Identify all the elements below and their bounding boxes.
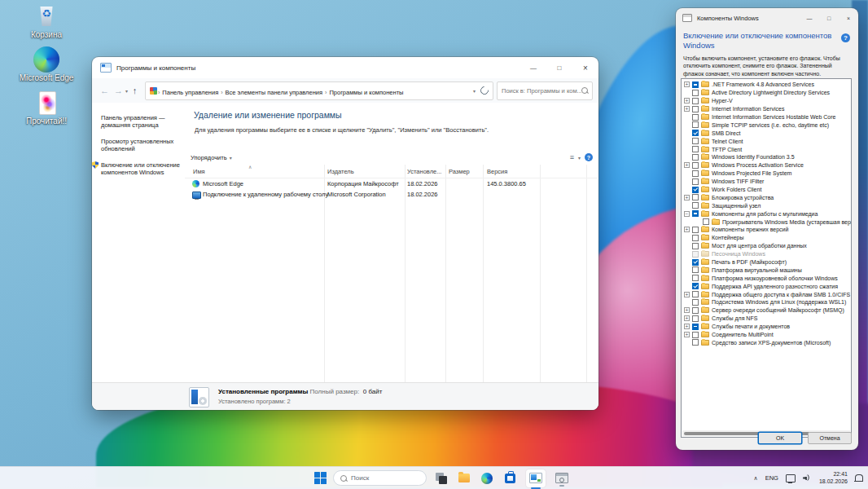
feature-checkbox[interactable] [692,138,699,144]
tree-item[interactable]: Сервер очереди сообщений Майкрософт (MSM… [682,306,851,315]
expander-icon[interactable] [684,307,690,313]
language-indicator[interactable]: ENG [765,474,778,482]
dialog-maximize-button[interactable]: □ [819,8,839,28]
dialog-close-button[interactable]: × [839,8,858,28]
feature-checkbox[interactable] [692,339,699,346]
dialog-minimize-button[interactable]: — [800,8,819,28]
feature-checkbox[interactable] [692,243,699,249]
tree-item[interactable]: Internet Information Services [682,105,851,113]
ok-button[interactable]: OK [758,432,802,444]
feature-checkbox[interactable] [692,98,699,104]
start-button[interactable] [314,472,327,484]
notification-bell-icon[interactable] [855,474,863,481]
tree-item[interactable]: Печать в PDF (Майкрософт) [682,258,851,267]
feature-checkbox[interactable] [692,315,699,322]
feature-checkbox[interactable] [692,194,699,200]
tree-item[interactable]: Компоненты для работы с мультимедиа [682,209,851,218]
feature-checkbox[interactable] [692,332,699,338]
feature-checkbox[interactable] [692,170,699,177]
desktop-icon[interactable]: Прочитай!! [18,90,75,126]
search-input[interactable]: Поиск в: Программы и ком... [497,82,593,100]
tree-item[interactable]: Подсистема Windows для Linux (поддержка … [682,298,851,306]
up-button[interactable]: ↑ [128,86,142,95]
feature-checkbox[interactable] [692,121,699,128]
feature-checkbox[interactable] [692,259,699,266]
program-row[interactable]: Microsoft Edge Корпорация Майкрософт 18.… [185,178,598,189]
tree-item[interactable]: .NET Framework 4.8 Advanced Services [682,81,851,89]
tree-item[interactable]: Windows Process Activation Service [682,161,851,170]
tree-item[interactable]: Simple TCPIP services (i.e. echo, daytim… [682,121,851,129]
tray-overflow-chevron[interactable]: ∧ [754,475,758,482]
close-button[interactable]: × [572,57,598,78]
expander-icon[interactable] [684,332,690,337]
tree-item[interactable]: Контейнеры [682,234,851,242]
tree-item[interactable]: Telnet Client [682,137,851,145]
sidebar-link[interactable]: Панель управления — домашняя страница [99,114,182,129]
program-row[interactable]: Подключение к удаленному рабочему столу … [185,189,598,200]
tree-item[interactable]: Защищенный узел [682,201,851,209]
view-dropdown-icon[interactable]: ▾ [578,155,581,161]
column-header[interactable]: Размер [449,168,470,175]
expander-icon[interactable] [684,195,690,200]
feature-checkbox[interactable] [692,251,699,258]
feature-checkbox[interactable] [692,235,699,241]
expander-icon[interactable] [684,162,690,168]
clock[interactable]: 22:41 18.02.2026 [819,471,848,485]
desktop-icon[interactable]: Microsoft Edge [18,46,75,82]
column-header[interactable]: Версия [487,168,507,175]
address-dropdown-icon[interactable]: ▾ [473,88,476,94]
tree-item[interactable]: Службы печати и документов [682,323,851,331]
tree-item[interactable]: SMB Direct [682,129,851,137]
feature-checkbox[interactable] [692,283,699,289]
breadcrumb-item[interactable]: ›Панель управления [157,83,220,98]
feature-checkbox[interactable] [692,154,699,161]
tree-item[interactable]: Средство записи XPS-документов (Microsof… [682,339,851,347]
volume-icon[interactable] [803,474,812,482]
column-header[interactable]: Имя [193,168,205,175]
feature-checkbox[interactable] [692,275,699,281]
dialog-help-icon[interactable]: ? [841,33,850,42]
feature-checkbox[interactable] [692,291,699,297]
tree-item[interactable]: Windows TIFF IFilter [682,178,851,186]
cancel-button[interactable]: Отмена [808,432,852,444]
desktop-icon[interactable]: ♻ Корзина [18,3,75,39]
expander-icon[interactable] [684,98,690,104]
tree-item[interactable]: Hyper-V [682,97,851,105]
tree-item[interactable]: Компоненты прежних версий [682,226,851,234]
feature-checkbox[interactable] [692,202,699,209]
feature-checkbox[interactable] [692,114,699,121]
tree-item[interactable]: Поддержка общего доступа к файлам SMB 1.… [682,290,851,298]
expander-icon[interactable] [684,227,690,232]
tree-item[interactable]: Соединитель MultiPoint [682,331,851,339]
tree-item[interactable]: Проигрыватель Windows Media (устаревшая … [682,218,851,226]
feature-checkbox[interactable] [692,82,699,88]
tree-item[interactable]: Службы для NFS [682,315,851,323]
feature-checkbox[interactable] [692,146,699,152]
tree-item[interactable]: Песочница Windows [682,250,851,258]
expander-icon[interactable] [684,315,690,321]
tree-item[interactable]: Платформа низкоуровневой оболочки Window… [682,274,851,282]
feature-checkbox[interactable] [692,227,699,233]
tree-item[interactable]: Блокировка устройства [682,193,851,201]
tree-item[interactable]: Active Directory Lightweight Directory S… [682,89,851,97]
edge-button[interactable] [480,472,493,485]
sidebar-link[interactable]: Включение или отключение компонентов Win… [99,161,182,176]
network-icon[interactable] [786,474,796,482]
expander-icon[interactable] [684,82,690,87]
feature-checkbox[interactable] [692,178,699,185]
feature-checkbox[interactable] [692,90,699,96]
breadcrumb-item[interactable]: ›Все элементы панели управления [220,83,324,98]
feature-checkbox[interactable] [692,162,699,169]
refresh-icon[interactable] [479,85,490,96]
taskbar-search[interactable]: Поиск [333,470,427,486]
organize-button[interactable]: Упорядочить▾ [191,154,232,161]
expander-icon[interactable] [684,106,690,112]
file-explorer-button[interactable] [458,472,471,485]
store-button[interactable] [503,472,516,485]
sidebar-link[interactable]: Просмотр установленных обновлений [99,138,182,152]
view-list-icon[interactable]: ≡ [570,154,574,161]
column-header[interactable]: Установле... [407,168,441,175]
tree-item[interactable]: Поддержка API удаленного разностного сжа… [682,282,851,290]
windows-features-taskbar-button[interactable] [555,472,568,485]
tree-item[interactable]: Work Folders Client [682,186,851,194]
